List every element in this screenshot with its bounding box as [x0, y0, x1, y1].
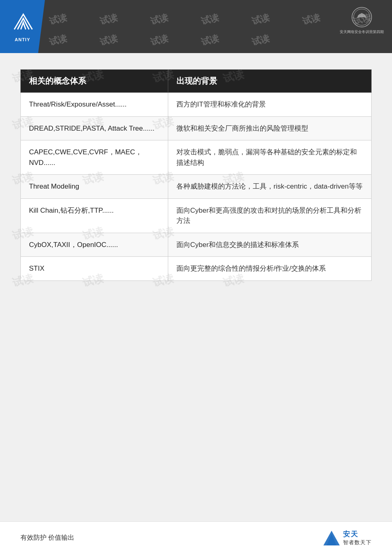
- header: 试读 试读 试读 试读 试读 试读 试读 试读 试读 试读 试读 试读 ANTI…: [0, 0, 392, 53]
- footer-logo-main: 安天: [343, 530, 359, 539]
- logo-box: ANTIY: [0, 0, 45, 53]
- table-row: CAPEC,CWE,CVE,CVRF，MAEC，NVD......对攻击模式，脆…: [21, 140, 372, 175]
- table-cell-col2: 各种威胁建模的方法论，工具，risk-centric，data-driven等等: [168, 175, 371, 199]
- top-right-logo: 安天网络安全冬训营第四期: [340, 6, 384, 35]
- table-row: Kill Chain,钻石分析,TTP......面向Cyber和更高强度的攻击…: [21, 198, 372, 233]
- table-header-row: 相关的概念体系 出现的背景: [21, 70, 372, 93]
- footer-logo-icon: [323, 531, 340, 545]
- footer-tagline: 有效防护 价值输出: [20, 534, 74, 542]
- table-cell-col2: 面向更完整的综合性的情报分析/作业/交换的体系: [168, 257, 371, 281]
- col1-header: 相关的概念体系: [21, 70, 168, 93]
- table-row: Threat Modeling各种威胁建模的方法论，工具，risk-centri…: [21, 175, 372, 199]
- logo-label: ANTIY: [15, 37, 30, 42]
- table-cell-col2: 对攻击模式，脆弱点，漏洞等各种基础的安全元素的标定和描述结构: [168, 140, 371, 175]
- table-cell-col2: 微软和相关安全厂商所推出的风险管理模型: [168, 116, 371, 140]
- table-cell-col1: STIX: [21, 257, 168, 281]
- table-body: Threat/Risk/Exposure/Asset......西方的IT管理和…: [21, 93, 372, 281]
- table-row: STIX面向更完整的综合性的情报分析/作业/交换的体系: [21, 257, 372, 281]
- footer-logo-area: 安天 智者数天下: [323, 530, 372, 546]
- table-cell-col2: 面向Cyber和更高强度的攻击和对抗的场景的分析工具和分析方法: [168, 198, 371, 233]
- col2-header: 出现的背景: [168, 70, 371, 93]
- table-row: Threat/Risk/Exposure/Asset......西方的IT管理和…: [21, 93, 372, 117]
- table-cell-col1: Kill Chain,钻石分析,TTP......: [21, 198, 168, 233]
- top-right-logo-icon: [345, 6, 379, 29]
- table-cell-col1: Threat/Risk/Exposure/Asset......: [21, 93, 168, 117]
- main-content: 试读 试读 试读 试读 试读 试读 试读 试读 试读 试读 试读 试读 试读 试…: [0, 53, 392, 293]
- table-row: CybOX,TAXII，OpenIOC......面向Cyber和信息交换的描述…: [21, 233, 372, 257]
- footer: 有效防护 价值输出 安天 智者数天下: [0, 521, 392, 554]
- header-watermarks: 试读 试读 试读 试读 试读 试读 试读 试读 试读 试读 试读 试读: [0, 0, 392, 53]
- table-cell-col1: CybOX,TAXII，OpenIOC......: [21, 233, 168, 257]
- top-right-subtitle: 安天网络安全冬训营第四期: [340, 29, 384, 35]
- table-cell-col1: DREAD,STRIDE,PASTA, Attack Tree......: [21, 116, 168, 140]
- table-cell-col1: Threat Modeling: [21, 175, 168, 199]
- footer-logo-text-group: 安天 智者数天下: [343, 530, 372, 546]
- main-table: 相关的概念体系 出现的背景 Threat/Risk/Exposure/Asset…: [20, 69, 372, 281]
- table-cell-col2: 西方的IT管理和标准化的背景: [168, 93, 371, 117]
- logo-icon: [10, 11, 35, 36]
- table-cell-col1: CAPEC,CWE,CVE,CVRF，MAEC，NVD......: [21, 140, 168, 175]
- table-row: DREAD,STRIDE,PASTA, Attack Tree......微软和…: [21, 116, 372, 140]
- footer-logo-sub: 智者数天下: [343, 539, 372, 546]
- table-cell-col2: 面向Cyber和信息交换的描述和标准体系: [168, 233, 371, 257]
